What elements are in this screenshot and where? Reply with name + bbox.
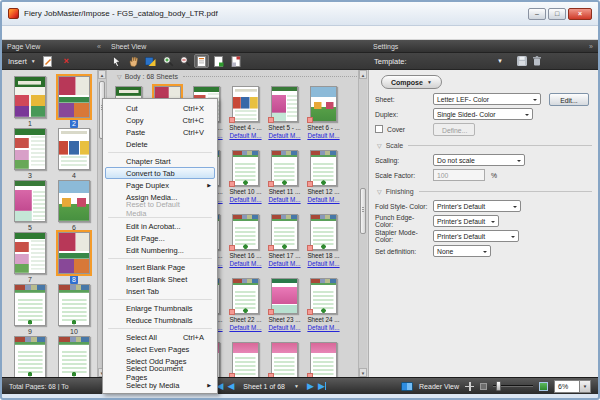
actual-size-icon[interactable] bbox=[480, 383, 487, 390]
page-thumbnail-cell[interactable]: 6 bbox=[52, 180, 96, 232]
save-template-icon[interactable] bbox=[517, 56, 527, 66]
scroll-up-icon[interactable]: ▲ bbox=[98, 70, 106, 79]
insert-page-icon[interactable] bbox=[40, 54, 55, 68]
context-menu-item[interactable]: Edit in Acrobat... bbox=[105, 220, 215, 232]
sheet-view-scroll-thumb[interactable] bbox=[360, 188, 366, 234]
edit-sheet-button[interactable]: Edit... bbox=[549, 93, 589, 106]
page-content-view-icon[interactable] bbox=[194, 54, 209, 68]
scale-factor-input[interactable]: 100 bbox=[433, 169, 485, 181]
sheet-thumbnail[interactable] bbox=[310, 214, 337, 250]
stapler-mode-dropdown[interactable]: Printer's Default bbox=[433, 230, 519, 242]
page-thumbnail-cell[interactable]: 10 bbox=[52, 284, 96, 336]
sheet-thumbnail[interactable] bbox=[310, 278, 337, 314]
page-thumbnail[interactable] bbox=[58, 180, 90, 222]
sheet-thumbnail-cell[interactable]: Sheet 4 - ... Default M... bbox=[226, 84, 265, 148]
sheet-thumbnail-cell[interactable]: Sheet 23 ... Default M... bbox=[265, 276, 304, 340]
context-menu-item[interactable]: Insert Blank Sheet bbox=[105, 273, 215, 285]
page-thumbnail-cell[interactable]: 3 bbox=[8, 128, 52, 180]
context-menu-item[interactable]: Page Duplex ▶ bbox=[105, 179, 215, 191]
template-dropdown-icon[interactable]: ▼ bbox=[497, 58, 503, 64]
sheet-thumbnail-cell[interactable]: Sheet 6 - ... Default M... bbox=[304, 84, 343, 148]
sheet-thumbnail[interactable] bbox=[232, 278, 259, 314]
context-menu-item[interactable]: Reduce Thumbnails bbox=[105, 314, 215, 326]
set-definition-dropdown[interactable]: None bbox=[433, 245, 491, 257]
page-thumbnail[interactable] bbox=[14, 180, 46, 222]
sheet-thumbnail-cell[interactable]: Sheet 24 ... Default M... bbox=[304, 276, 343, 340]
context-menu-item[interactable]: Select by Media ▶ bbox=[105, 379, 215, 391]
define-cover-button[interactable]: Define... bbox=[433, 123, 475, 136]
zoom-level-combo[interactable]: 6% ▼ bbox=[554, 380, 591, 393]
context-menu-item[interactable]: Insert Blank Page bbox=[105, 261, 215, 273]
page-thumbnail[interactable] bbox=[14, 284, 46, 326]
sheet-media-link[interactable]: Default M... bbox=[307, 132, 339, 140]
sheet-thumbnail[interactable] bbox=[310, 342, 337, 378]
sheet-media-link[interactable]: Default M... bbox=[268, 260, 300, 268]
page-thumbnail[interactable] bbox=[58, 76, 90, 118]
minimize-button[interactable]: – bbox=[528, 8, 546, 20]
previous-sheet-icon[interactable]: ◀ bbox=[227, 382, 234, 391]
sheet-thumbnail-cell[interactable]: Sheet 22 ... Default M... bbox=[226, 276, 265, 340]
maximize-button[interactable]: □ bbox=[548, 8, 566, 20]
sheet-media-link[interactable]: Default M... bbox=[229, 324, 261, 332]
sheet-media-link[interactable]: Default M... bbox=[307, 196, 339, 204]
collapse-finishing-icon[interactable]: ▽ bbox=[377, 188, 382, 195]
delete-template-icon[interactable] bbox=[533, 56, 541, 66]
context-menu-item[interactable]: Select Even Pages bbox=[105, 343, 215, 355]
sheet-media-link[interactable]: Default M... bbox=[307, 260, 339, 268]
context-menu-item[interactable]: Edit Numbering... bbox=[105, 244, 215, 256]
sheet-thumbnail[interactable] bbox=[310, 86, 337, 122]
last-sheet-icon[interactable]: ▶ bbox=[318, 382, 326, 391]
collapse-panel-icon[interactable]: « bbox=[97, 43, 101, 50]
sheet-thumbnail[interactable] bbox=[271, 342, 298, 378]
context-menu-item[interactable]: Cut Ctrl+X bbox=[105, 102, 215, 114]
sheet-thumbnail[interactable] bbox=[271, 278, 298, 314]
sheet-thumbnail-cell[interactable]: Sheet 18 ... Default M... bbox=[304, 212, 343, 276]
sheet-thumbnail[interactable] bbox=[232, 150, 259, 186]
context-menu-item[interactable]: Insert Tab bbox=[105, 285, 215, 297]
page-thumbnail[interactable] bbox=[14, 128, 46, 170]
page-thumbnail[interactable] bbox=[58, 336, 90, 378]
zoom-in-tool-icon[interactable] bbox=[160, 54, 175, 68]
context-menu-item[interactable]: Reset to Default Media bbox=[105, 203, 215, 215]
sheet-media-link[interactable]: Default M... bbox=[268, 196, 300, 204]
sheet-thumbnail[interactable] bbox=[271, 86, 298, 122]
reader-view-icon[interactable] bbox=[401, 382, 413, 391]
page-thumbnail[interactable] bbox=[58, 232, 90, 274]
page-thumbnail-cell[interactable]: 8 bbox=[52, 232, 96, 284]
page-thumbnail-cell[interactable]: 5 bbox=[8, 180, 52, 232]
context-menu-item[interactable]: Delete bbox=[105, 138, 215, 150]
expand-panel-icon[interactable]: » bbox=[589, 43, 593, 50]
insert-button[interactable]: Insert bbox=[8, 57, 27, 66]
context-menu-item[interactable]: Select All Ctrl+A bbox=[105, 331, 215, 343]
context-menu-item[interactable]: Paste Ctrl+V bbox=[105, 126, 215, 138]
measure-tool-icon[interactable] bbox=[143, 54, 158, 68]
sheet-media-link[interactable]: Default M... bbox=[229, 196, 261, 204]
body-section-header[interactable]: ▽ Body : 68 Sheets bbox=[117, 73, 357, 80]
sheet-media-link[interactable]: Default M... bbox=[268, 132, 300, 140]
sheet-view-scrollbar[interactable]: ▲ ▼ bbox=[358, 70, 367, 377]
sheet-media-link[interactable]: Default M... bbox=[229, 260, 261, 268]
duplex-dropdown[interactable]: Single Sided- Color bbox=[433, 108, 533, 120]
context-menu-item[interactable]: Enlarge Thumbnails bbox=[105, 302, 215, 314]
sheet-thumbnail[interactable] bbox=[232, 342, 259, 378]
page-thumbnail-cell[interactable]: 2 bbox=[52, 76, 96, 128]
sheet-thumbnail-cell[interactable]: Sheet 17 ... Default M... bbox=[265, 212, 304, 276]
page-thumbnail[interactable] bbox=[58, 284, 90, 326]
page-thumbnail-cell[interactable]: 4 bbox=[52, 128, 96, 180]
scaling-dropdown[interactable]: Do not scale bbox=[433, 154, 525, 166]
context-menu-item[interactable]: Copy Ctrl+C bbox=[105, 114, 215, 126]
sheet-thumbnail[interactable] bbox=[232, 214, 259, 250]
sheet-thumbnail[interactable] bbox=[271, 150, 298, 186]
sheet-thumbnail-cell[interactable]: Sheet 5 - ... Default M... bbox=[265, 84, 304, 148]
scroll-up-icon[interactable]: ▲ bbox=[359, 70, 367, 79]
page-thumbnail[interactable] bbox=[14, 232, 46, 274]
sheet-dropdown[interactable]: Letter LEF- Color bbox=[433, 93, 541, 105]
fit-to-window-icon[interactable] bbox=[465, 382, 474, 391]
sheet-thumbnail[interactable] bbox=[271, 214, 298, 250]
pan-hand-tool-icon[interactable] bbox=[126, 54, 141, 68]
delete-page-icon[interactable]: × bbox=[59, 54, 74, 68]
scroll-down-icon[interactable]: ▼ bbox=[359, 368, 367, 377]
zoom-out-tool-icon[interactable] bbox=[177, 54, 192, 68]
zoom-slider-knob[interactable] bbox=[496, 381, 501, 391]
punch-edge-dropdown[interactable]: Printer's Default bbox=[433, 215, 499, 227]
